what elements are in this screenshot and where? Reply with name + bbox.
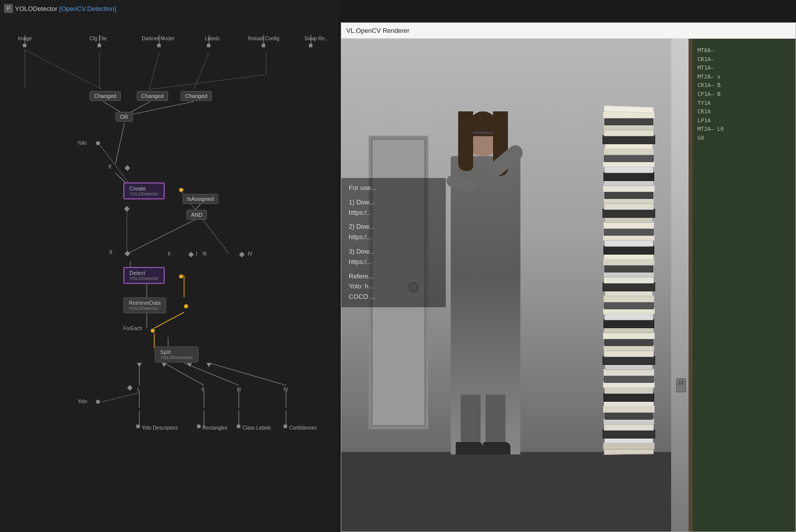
roman-2: II: [168, 251, 171, 257]
detect-output-port: [179, 274, 183, 278]
title-bar: P YOLODetector [OpenCV.Detection]: [4, 4, 116, 13]
conf-label: Confidences: [289, 425, 317, 431]
swap-port: [309, 44, 312, 47]
svg-line-6: [149, 75, 266, 89]
class-labels-label: Class Labels: [242, 425, 271, 431]
split-node[interactable]: Split YOLODescriptor: [155, 347, 199, 362]
image-label: Image: [18, 36, 32, 41]
shoe-right: [483, 442, 510, 454]
bottom-iv: IV: [284, 387, 288, 392]
labels-port: [207, 44, 210, 47]
chalk-text: MT0A— CR1A— MT1A— MT2A— x CR1A— B CP1A— …: [697, 46, 724, 143]
paper-stack: [601, 106, 656, 454]
svg-line-11: [99, 143, 129, 184]
chalkboard: MT0A— CR1A— MT1A— MT2A— x CR1A— B CP1A— …: [689, 39, 796, 532]
yolo-bottom-label: Yolo: [78, 399, 87, 404]
foreach-label: ForEach: [123, 326, 142, 331]
conf-port: [284, 425, 287, 428]
roman-4: IV: [248, 251, 252, 257]
bottom-diamond: [127, 385, 132, 390]
changed-node-3[interactable]: Changed: [181, 91, 212, 101]
yolo-desc-label: Yolo Descriptors: [142, 425, 178, 431]
photo-container: MT0A— CR1A— MT1A— MT2A— x CR1A— B CP1A— …: [341, 39, 796, 532]
foreach-port: [151, 329, 155, 333]
yolo-desc-port: [136, 425, 140, 428]
figure-silhouette: [441, 82, 540, 454]
power-outlet: [676, 378, 686, 392]
split-tri-4: [206, 363, 211, 367]
rect-label: Rectangles: [202, 425, 227, 431]
rect-port: [197, 425, 200, 428]
roman-3: III: [202, 251, 206, 257]
photo-text-ref: Refere... Yolo: h... COCO ...: [349, 271, 438, 302]
changed-node-2[interactable]: Changed: [137, 91, 168, 101]
p-badge: P: [4, 4, 13, 13]
cfg-file-label: Cfg File: [90, 36, 106, 41]
yolo-left-port: [96, 141, 100, 145]
detect-node[interactable]: Detect YOLODetector: [123, 267, 165, 284]
class-labels-port: [237, 425, 240, 428]
renderer-titlebar: VL.OpenCV Renderer: [341, 23, 796, 39]
svg-line-28: [209, 363, 286, 385]
svg-line-10: [115, 123, 124, 164]
labels-label: Labels: [205, 36, 219, 41]
darknet-port: [157, 44, 161, 47]
svg-line-22: [154, 312, 184, 328]
if1-label: If: [108, 164, 111, 170]
yolo-left-label: Yolo: [77, 140, 87, 146]
split-tri-2: [162, 363, 167, 367]
svg-line-1: [25, 50, 102, 89]
svg-line-9: [132, 101, 194, 114]
retrieve-data-node[interactable]: RetrieveData YOLODetector: [123, 297, 166, 313]
image-port: [23, 44, 26, 47]
svg-line-27: [184, 363, 239, 385]
if2-diamond: [124, 251, 130, 256]
reload-port: [262, 44, 265, 47]
bottom-iii: III: [237, 387, 241, 392]
svg-line-26: [164, 363, 204, 385]
swap-label: Swap Re...: [304, 36, 329, 41]
hair-left: [458, 111, 473, 171]
photo-text-line1: For use...: [349, 183, 438, 193]
create-node[interactable]: Create YOLODetector: [123, 182, 165, 199]
shoe-left: [456, 442, 483, 454]
svg-line-15: [129, 220, 195, 253]
title-link[interactable]: [OpenCV.Detection]: [59, 5, 116, 12]
split-tri-1: [137, 363, 142, 367]
svg-line-4: [194, 52, 209, 89]
roman-diamond-2: [239, 252, 244, 257]
retrieve-output-port: [184, 304, 188, 308]
bottom-ii: II: [201, 387, 204, 392]
renderer-content: MT0A— CR1A— MT1A— MT2A— x CR1A— B CP1A— …: [341, 39, 796, 532]
darknet-label: Darknet Model: [142, 36, 174, 41]
changed-node-1[interactable]: Changed: [90, 91, 121, 101]
photo-text-s2: 2) Dow... https:/...: [349, 222, 438, 243]
roman-diamond-1: [188, 252, 194, 257]
roman-1: I: [196, 251, 198, 257]
photo-text-overlay: For use... 1) Dow... https:/... 2) Dow..…: [341, 178, 446, 307]
node-graph: P YOLODetector [OpenCV.Detection]: [0, 0, 338, 532]
create-output-port: [179, 188, 183, 192]
cfg-file-port: [98, 44, 101, 47]
renderer-title: VL.OpenCV Renderer: [346, 27, 409, 34]
reload-label: Reload Config: [248, 36, 279, 41]
photo-text-s1: 1) Dow... https:/...: [349, 197, 438, 218]
and-node[interactable]: AND: [187, 210, 207, 220]
photo-text-s3: 3) Dow... https:/...: [349, 247, 438, 267]
or-node[interactable]: OR: [115, 112, 133, 122]
split-tri-3: [187, 363, 192, 367]
svg-line-33: [102, 393, 139, 402]
svg-line-3: [149, 52, 159, 89]
yolo-bottom-port: [96, 400, 100, 404]
if2-label: If: [109, 250, 112, 255]
if1-diamond: [124, 165, 130, 171]
bottom-i: I: [137, 387, 139, 392]
app-title: YOLODetector: [15, 5, 57, 12]
is-assigned-node[interactable]: IsAssigned: [183, 194, 218, 204]
renderer-window: VL.OpenCV Renderer: [341, 22, 796, 532]
glasses: [471, 132, 496, 134]
wires-canvas: [0, 0, 338, 532]
create-diamond-port: [124, 206, 129, 211]
